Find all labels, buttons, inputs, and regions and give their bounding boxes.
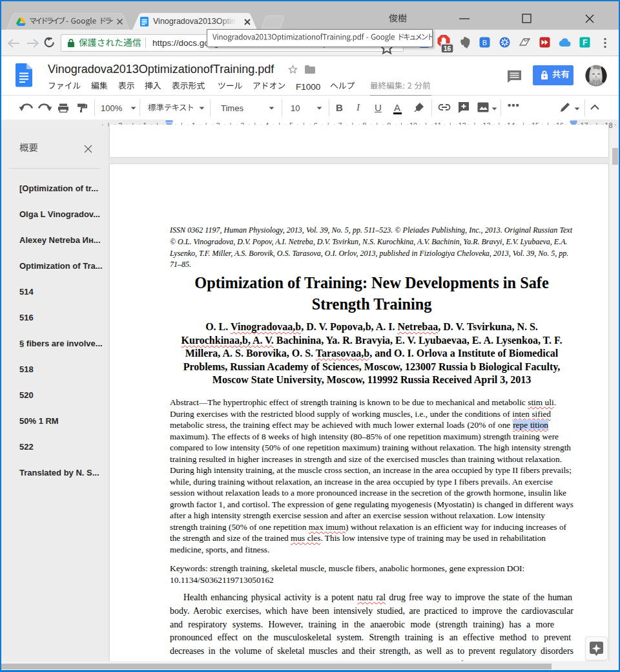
svg-text:F: F [583, 38, 588, 47]
svg-text:16: 16 [444, 45, 451, 52]
svg-text:B: B [482, 39, 487, 47]
